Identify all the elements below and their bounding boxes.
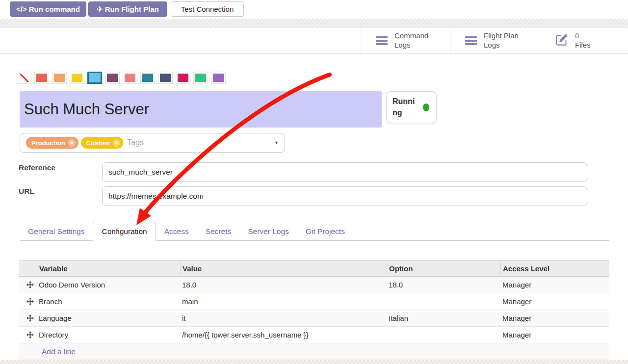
command-logs-stat-button[interactable]: Command Logs — [361, 28, 450, 53]
color-swatch-yellow[interactable] — [70, 72, 84, 84]
tab-server-logs[interactable]: Server Logs — [239, 222, 297, 241]
cell-variable[interactable]: Odoo Demo Version — [37, 281, 180, 289]
tab-secrets[interactable]: Secrets — [197, 222, 240, 241]
notebook-tabs: General Settings Configuration Access Se… — [20, 222, 353, 241]
run-flight-plan-button[interactable]: ✈ Run Flight Plan — [88, 1, 167, 17]
tab-git-projects[interactable]: Git Projects — [297, 222, 353, 241]
table-row[interactable]: Directory /home/{{ tower.server.ssh_user… — [19, 327, 609, 343]
page-title: Such Much Server — [24, 101, 149, 118]
files-stat-button[interactable]: 0 Files — [540, 28, 628, 53]
reference-label: Reference — [19, 163, 55, 172]
cell-option[interactable]: 18.0 — [387, 281, 500, 289]
table-row[interactable]: Odoo Demo Version 18.0 18.0 Manager — [19, 277, 609, 293]
color-swatch-orange[interactable] — [52, 72, 67, 84]
cell-value[interactable]: it — [180, 314, 387, 322]
tags-placeholder: Tags — [127, 138, 144, 147]
color-swatch-purple[interactable] — [211, 72, 226, 84]
status-card[interactable]: Running — [386, 91, 437, 123]
color-swatch-green[interactable] — [193, 72, 208, 84]
test-connection-button[interactable]: Test Connection — [171, 1, 244, 17]
remove-tag-icon[interactable]: ✕ — [68, 139, 76, 147]
no-color-diagonal-icon — [19, 74, 29, 82]
cell-access-level[interactable]: Manager — [500, 314, 609, 322]
tag-custom-label: Custom — [86, 139, 110, 147]
tags-input[interactable]: Production ✕ Custom ✕ Tags ▼ — [20, 133, 285, 153]
run-command-label: Run command — [29, 5, 80, 13]
files-label: Files — [575, 41, 591, 49]
test-connection-label: Test Connection — [181, 5, 234, 13]
url-label: URL — [19, 187, 34, 196]
color-swatch-teal[interactable] — [140, 72, 155, 84]
move-icon — [26, 331, 34, 338]
handle-column-header — [19, 260, 37, 276]
files-count-label: 0 Files — [575, 31, 620, 50]
tag-production: Production ✕ — [26, 137, 78, 149]
command-logs-label: Command Logs — [394, 31, 440, 50]
cell-value[interactable]: main — [180, 297, 387, 306]
drag-handle[interactable] — [19, 331, 37, 338]
files-count: 0 — [575, 31, 579, 40]
color-swatch-red[interactable] — [34, 72, 49, 84]
table-row[interactable]: Branch main Manager — [19, 293, 609, 310]
code-icon: </> — [16, 5, 27, 13]
status-label: Running — [392, 96, 419, 118]
color-swatch-light-blue[interactable] — [87, 72, 102, 84]
remove-tag-icon[interactable]: ✕ — [113, 139, 120, 147]
tag-custom: Custom ✕ — [81, 137, 123, 149]
move-icon — [26, 298, 34, 305]
color-swatch-magenta[interactable] — [176, 72, 190, 84]
configuration-variables-table: Variable Value Option Access Level Odoo … — [19, 260, 609, 360]
cell-access-level[interactable]: Manager — [500, 297, 609, 306]
plane-icon: ✈ — [97, 5, 103, 14]
url-input[interactable] — [102, 186, 587, 206]
flight-plan-logs-label: Flight Plan Logs — [484, 31, 529, 50]
list-icon — [465, 36, 477, 45]
color-swatch-salmon[interactable] — [123, 72, 137, 84]
cell-variable[interactable]: Language — [37, 314, 180, 322]
option-column-header: Option — [387, 260, 500, 276]
table-body: Odoo Demo Version 18.0 18.0 Manager Bran… — [19, 277, 609, 360]
color-swatch-no-color[interactable] — [17, 72, 31, 84]
cell-access-level[interactable]: Manager — [500, 281, 609, 289]
tab-general-settings[interactable]: General Settings — [20, 222, 93, 241]
cell-value[interactable]: /home/{{ tower.server.ssh_username }} — [180, 331, 387, 339]
table-footer-row: Add a line — [19, 343, 609, 360]
flight-plan-logs-stat-button[interactable]: Flight Plan Logs — [450, 28, 540, 53]
drag-handle[interactable] — [19, 281, 37, 288]
access-level-column-header: Access Level — [500, 260, 609, 276]
cell-variable[interactable]: Directory — [37, 331, 180, 339]
drag-handle[interactable] — [19, 298, 37, 305]
checker-band-top — [0, 19, 628, 28]
cell-access-level[interactable]: Manager — [500, 331, 609, 339]
chevron-down-icon[interactable]: ▼ — [274, 140, 279, 145]
run-command-button[interactable]: </> Run command — [10, 1, 86, 17]
run-flight-plan-label: Run Flight Plan — [105, 5, 159, 13]
variable-column-header: Variable — [37, 260, 180, 276]
status-dot-icon — [423, 104, 429, 111]
tag-production-label: Production — [31, 139, 65, 147]
tab-access[interactable]: Access — [156, 222, 197, 241]
color-picker — [17, 72, 226, 84]
add-a-line-link[interactable]: Add a line — [42, 347, 76, 356]
move-icon — [26, 281, 34, 288]
move-icon — [26, 314, 34, 322]
cell-variable[interactable]: Branch — [37, 297, 180, 306]
checker-band-bottom — [0, 360, 628, 364]
reference-input[interactable] — [102, 162, 587, 182]
color-swatch-dark-purple[interactable] — [105, 72, 120, 84]
edit-pencil-icon — [555, 33, 568, 49]
list-icon — [376, 36, 388, 45]
cell-value[interactable]: 18.0 — [180, 281, 387, 289]
top-toolbar: </> Run command ✈ Run Flight Plan Test C… — [0, 0, 628, 19]
color-swatch-dark-blue[interactable] — [158, 72, 173, 84]
server-name-field[interactable]: Such Much Server — [20, 91, 382, 128]
tab-configuration[interactable]: Configuration — [93, 222, 156, 241]
drag-handle[interactable] — [19, 314, 37, 322]
form-header: Command Logs Flight Plan Logs 0 Files — [0, 28, 628, 54]
cell-option[interactable]: Italian — [387, 314, 500, 322]
table-header: Variable Value Option Access Level — [19, 260, 609, 277]
table-row[interactable]: Language it Italian Manager — [19, 310, 609, 327]
value-column-header: Value — [180, 260, 387, 276]
